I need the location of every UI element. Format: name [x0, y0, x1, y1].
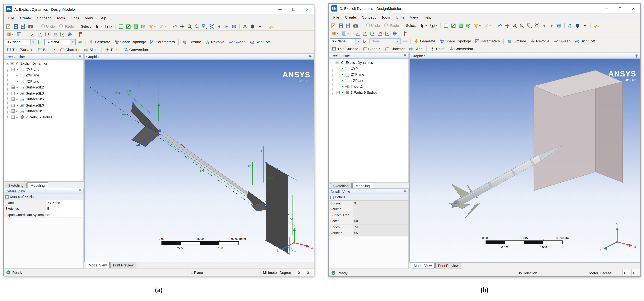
tab-modeling[interactable]: Modeling	[27, 182, 48, 188]
tab-sketching[interactable]: Sketching	[5, 183, 27, 188]
chamfer-button[interactable]: Chamfer	[383, 45, 406, 52]
zoom-in-icon[interactable]	[186, 23, 193, 30]
expand-icon[interactable]	[12, 68, 15, 71]
title-bar[interactable]: C: Explicit Dynamics - DesignModeler	[329, 4, 640, 14]
pan-icon[interactable]	[179, 23, 186, 30]
menu-concept[interactable]: Concept	[34, 16, 54, 20]
print-preview-tab[interactable]: Print Preview	[435, 263, 462, 268]
face-filter-icon[interactable]	[458, 22, 464, 29]
tree-item-parts-bodies[interactable]: 2 Parts, 5 Bodies	[12, 114, 84, 120]
save-icon[interactable]	[12, 23, 19, 30]
star-axis-icon[interactable]	[66, 31, 73, 38]
slice-button[interactable]: Slice	[82, 46, 99, 53]
expand-icon[interactable]	[12, 103, 15, 107]
pin-icon[interactable]	[309, 55, 312, 59]
plane-combo[interactable]: XYPlane	[5, 39, 36, 45]
tree-item-xyplane[interactable]: XYPlane	[337, 66, 408, 72]
collapse-icon[interactable]	[331, 61, 334, 64]
expand-icon[interactable]	[12, 115, 15, 119]
zoom-out-icon[interactable]	[194, 23, 200, 30]
tab-sketching[interactable]: Sketching	[330, 183, 352, 188]
display-style-icon[interactable]	[330, 31, 340, 37]
view-cube-icon[interactable]	[574, 22, 581, 29]
maximize-button[interactable]	[613, 4, 627, 13]
redo-button[interactable]: Redo	[382, 22, 400, 29]
save-as-icon[interactable]	[20, 23, 26, 30]
axis-tool-icon-1[interactable]	[29, 31, 36, 38]
zoom-fit-icon[interactable]	[208, 23, 215, 30]
collapse-icon[interactable]	[6, 195, 9, 198]
tree-item-yzplane[interactable]: YZPlane	[337, 78, 408, 83]
zoom-fit-icon[interactable]	[534, 22, 540, 29]
undo-button[interactable]: Undo	[363, 22, 382, 29]
model-view-tab[interactable]: Model View	[411, 263, 434, 268]
tree-item-parts-bodies[interactable]: 3 Parts, 9 Bodies	[337, 90, 408, 95]
sweep-button[interactable]: Sweep	[552, 38, 572, 44]
tree-root[interactable]: A: Explicit Dynamics	[6, 61, 84, 67]
share-topology-button[interactable]: Share Topology	[113, 39, 148, 45]
previous-view-icon[interactable]	[216, 23, 222, 30]
tree-item-surfacesk7[interactable]: SurfaceSk7	[12, 108, 84, 114]
tree-item-xyplane[interactable]: XYPlane	[12, 67, 84, 72]
extrude-button[interactable]: Extrude	[506, 38, 528, 44]
image-capture-icon[interactable]	[27, 23, 34, 30]
designmodeler-window-b[interactable]: C: Explicit Dynamics - DesignModeler Fil…	[328, 3, 641, 277]
generate-button[interactable]: Generate	[412, 38, 437, 44]
edge-filter-icon[interactable]	[450, 22, 456, 29]
body-filter-icon[interactable]	[465, 22, 472, 29]
collapse-icon[interactable]	[6, 62, 9, 65]
chevron-down-icon[interactable]	[30, 39, 36, 45]
designmodeler-window-a[interactable]: A: Explicit Dynamics - DesignModeler Fil…	[3, 4, 314, 276]
pin-icon[interactable]	[404, 54, 407, 58]
tree-item-surfacesk3[interactable]: SurfaceSk3	[12, 90, 84, 96]
zoom-in-icon[interactable]	[511, 22, 518, 29]
parameters-button[interactable]: Parameters	[474, 38, 502, 44]
minimize-button[interactable]	[600, 4, 613, 13]
pin-icon[interactable]	[78, 189, 82, 193]
new-plane-icon[interactable]	[37, 39, 44, 45]
view-cube-icon[interactable]	[249, 23, 256, 30]
ruler-icon[interactable]	[268, 23, 274, 30]
graphics-canvas-a[interactable]: H5 V14 H12 H9 H13 H11 H16 V18 V20 ANSYS …	[84, 60, 314, 262]
plane-combo[interactable]: XYPlane	[330, 38, 361, 44]
display-columns-icon[interactable]	[15, 31, 25, 38]
previous-view-icon[interactable]	[541, 22, 547, 29]
parameters-button[interactable]: Parameters	[148, 39, 176, 45]
sweep-button[interactable]: Sweep	[227, 39, 247, 45]
expand-icon[interactable]	[12, 110, 15, 113]
point-button[interactable]: Point	[429, 45, 446, 52]
conversion-button[interactable]: Conversion	[122, 46, 150, 53]
point-button[interactable]: Point	[104, 46, 121, 53]
revolve-button[interactable]: Revolve	[204, 39, 226, 45]
menu-help[interactable]: Help	[96, 16, 109, 20]
selection-filter-menu-icon[interactable]	[147, 23, 157, 30]
maximize-button[interactable]	[287, 5, 300, 14]
graphics-canvas-b[interactable]: ANSYS 2019 R2 0.000 0.045 0.090 (m) 0.02…	[409, 59, 640, 262]
star-axis-icon[interactable]	[391, 31, 398, 37]
vertex-filter-icon[interactable]	[443, 22, 449, 29]
pin-icon[interactable]	[78, 55, 82, 59]
menu-create[interactable]: Create	[342, 15, 359, 20]
iso-view-icon[interactable]	[230, 23, 237, 30]
expand-icon[interactable]	[12, 86, 15, 89]
tree-outline[interactable]: C: Explicit Dynamics XYPlane ZXPlane YZP…	[329, 59, 409, 182]
tree-item-surfacesk5[interactable]: SurfaceSk5	[12, 96, 84, 102]
tree-item-surfacesk6[interactable]: SurfaceSk6	[12, 102, 84, 108]
rotate-icon[interactable]	[172, 23, 178, 30]
save-as-icon[interactable]	[345, 22, 352, 29]
collapse-icon[interactable]	[330, 196, 334, 199]
point-display-icon[interactable]	[582, 22, 588, 29]
extend-selection-icon[interactable]	[158, 23, 167, 30]
tree-root[interactable]: C: Explicit Dynamics	[331, 60, 408, 66]
flag-icon[interactable]	[77, 31, 84, 38]
axis-tool-icon-4[interactable]	[52, 31, 58, 38]
axis-tool-icon-3[interactable]	[369, 31, 376, 37]
menu-file[interactable]: File	[6, 16, 17, 20]
display-style-icon[interactable]	[5, 31, 14, 38]
menu-help[interactable]: Help	[421, 15, 434, 20]
axis-tool-icon-3[interactable]	[44, 31, 51, 38]
box-zoom-icon[interactable]	[526, 22, 532, 29]
sketch-combo[interactable]: Sketch4	[44, 39, 76, 45]
display-columns-icon[interactable]	[340, 31, 350, 37]
flag-icon[interactable]	[402, 31, 409, 37]
